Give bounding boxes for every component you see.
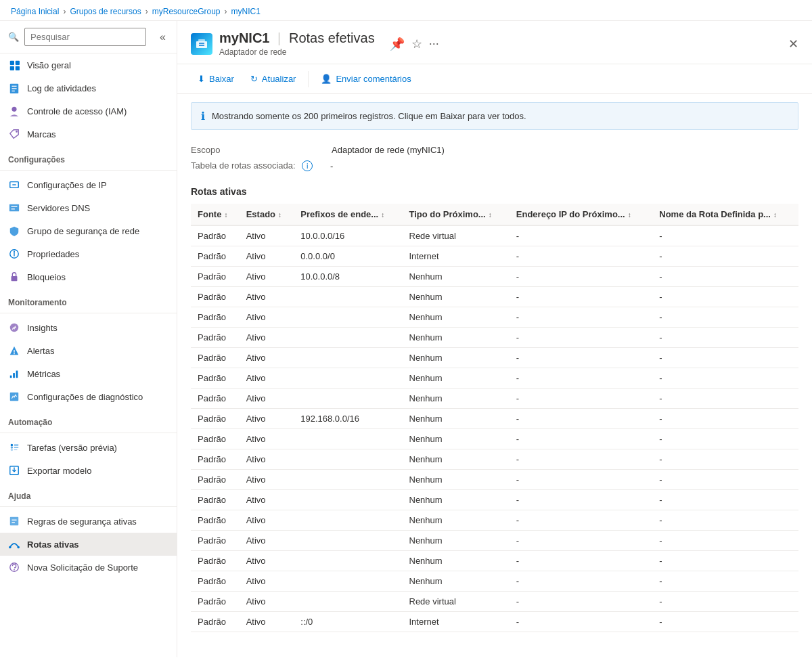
breadcrumb: Página Inicial › Grupos de recursos › my… (0, 0, 812, 21)
table-cell-14-2 (294, 510, 402, 531)
download-button[interactable]: ⬇ Baixar (191, 70, 241, 88)
sidebar-item-alertas[interactable]: Alertas (0, 339, 177, 362)
table-cell-10-5: - (652, 429, 798, 449)
table-cell-17-5: - (652, 571, 798, 592)
sidebar-item-exportar[interactable]: Exportar modelo (0, 459, 177, 482)
close-button[interactable]: ✕ (788, 37, 798, 51)
table-cell-10-2 (294, 429, 402, 449)
sidebar-item-config-ip[interactable]: Configurações de IP (0, 173, 177, 196)
table-cell-16-4: - (510, 551, 652, 571)
table-row: PadrãoAtivoNenhum-- (191, 429, 798, 449)
sort-icon-0[interactable]: ↕ (224, 211, 227, 219)
export-icon (8, 464, 20, 477)
scope-section: Escopo Adaptador de rede (myNIC1) Tabela… (177, 138, 812, 186)
collapse-sidebar-button[interactable]: « (157, 28, 168, 46)
breadcrumb-home[interactable]: Página Inicial (11, 7, 59, 16)
route-table-info-icon[interactable]: i (302, 160, 313, 171)
table-title: Rotas ativas (191, 186, 798, 197)
table-cell-2-5: - (652, 267, 798, 287)
svg-point-37 (9, 546, 12, 549)
sidebar-item-visao-geral[interactable]: Visão geral (0, 53, 177, 76)
feedback-button[interactable]: 👤 Enviar comentários (314, 70, 418, 88)
table-cell-19-5: - (652, 612, 798, 632)
table-cell-0-5: - (652, 225, 798, 246)
svg-rect-22 (10, 376, 12, 378)
table-cell-0-3: Rede virtual (403, 225, 510, 246)
info-icon: ℹ (201, 110, 205, 123)
table-cell-15-0: Padrão (191, 531, 240, 551)
table-cell-8-0: Padrão (191, 389, 240, 409)
table-cell-14-0: Padrão (191, 510, 240, 531)
sidebar-item-nsg[interactable]: Grupo de segurança de rede (0, 219, 177, 242)
table-header-col-3[interactable]: Tipo do Próximo...↕ (403, 204, 510, 225)
table-cell-3-2 (294, 287, 402, 307)
sidebar-item-marcas[interactable]: Marcas (0, 123, 177, 146)
sort-icon-3[interactable]: ↕ (489, 211, 492, 219)
sidebar-item-propriedades[interactable]: Propriedades (0, 242, 177, 265)
table-cell-6-2 (294, 348, 402, 368)
svg-point-8 (12, 107, 16, 112)
table-cell-19-4: - (510, 612, 652, 632)
table-cell-6-3: Nenhum (403, 348, 510, 368)
table-cell-1-3: Internet (403, 246, 510, 267)
table-cell-2-1: Ativo (240, 267, 294, 287)
table-cell-12-2 (294, 470, 402, 490)
table-cell-4-0: Padrão (191, 307, 240, 328)
svg-rect-1 (16, 61, 20, 65)
table-row: PadrãoAtivoNenhum-- (191, 571, 798, 592)
sort-icon-5[interactable]: ↕ (773, 211, 777, 219)
page-header: myNIC1 | Rotas efetivas Adaptador de red… (177, 21, 812, 64)
table-header-col-1[interactable]: Estado↕ (240, 204, 294, 225)
breadcrumb-mynic1[interactable]: myNIC1 (231, 7, 261, 16)
sidebar-item-config-diag[interactable]: Configurações de diagnóstico (0, 385, 177, 408)
search-icon: 🔍 (8, 32, 19, 42)
breadcrumb-my-resource-group[interactable]: myResourceGroup (152, 7, 221, 16)
sidebar-section-label-4: Ajuda (0, 482, 177, 504)
sort-icon-2[interactable]: ↕ (381, 211, 384, 219)
favorite-icon[interactable]: ☆ (411, 37, 422, 51)
table-cell-12-3: Nenhum (403, 470, 510, 490)
refresh-button[interactable]: ↻ Atualizar (244, 70, 303, 88)
table-header-col-4[interactable]: Endereço IP do Próximo...↕ (510, 204, 652, 225)
sidebar-item-bloqueios[interactable]: Bloqueios (0, 265, 177, 288)
sidebar-item-label: Regras de segurança ativas (27, 516, 137, 527)
sidebar-item-regras-seg[interactable]: Regras de segurança ativas (0, 510, 177, 533)
sidebar-item-tarefas[interactable]: Tarefas (versão prévia) (0, 436, 177, 459)
routes-table: Fonte↕Estado↕Prefixos de ende...↕Tipo do… (191, 204, 798, 632)
sidebar-item-insights[interactable]: Insights (0, 316, 177, 339)
nav-divider (0, 313, 177, 313)
svg-point-38 (17, 546, 20, 549)
table-header: Fonte↕Estado↕Prefixos de ende...↕Tipo do… (191, 204, 798, 225)
search-input[interactable] (24, 28, 146, 46)
table-header-col-2[interactable]: Prefixos de ende...↕ (294, 204, 402, 225)
svg-rect-2 (10, 66, 14, 70)
feedback-icon: 👤 (321, 74, 332, 84)
pin-icon[interactable]: 📌 (390, 37, 405, 51)
svg-point-28 (11, 449, 14, 451)
sort-icon-1[interactable]: ↕ (278, 211, 281, 219)
table-cell-11-0: Padrão (191, 449, 240, 470)
table-cell-4-4: - (510, 307, 652, 328)
table-cell-16-1: Ativo (240, 551, 294, 571)
sidebar-item-controle-acesso[interactable]: Controle de acesso (IAM) (0, 100, 177, 123)
table-header-col-0[interactable]: Fonte↕ (191, 204, 240, 225)
more-options-icon[interactable]: ··· (429, 37, 439, 51)
info-banner-text: Mostrando somente os 200 primeiros regis… (212, 111, 526, 121)
table-row: PadrãoAtivoRede virtual-- (191, 592, 798, 612)
sidebar-section-label-1: Configurações (0, 146, 177, 167)
table-cell-9-4: - (510, 409, 652, 429)
nav-divider (0, 506, 177, 507)
breadcrumb-resource-groups[interactable]: Grupos de recursos (70, 7, 141, 16)
table-row: PadrãoAtivoNenhum-- (191, 449, 798, 470)
sidebar-item-metricas[interactable]: Métricas (0, 362, 177, 385)
insights-icon (8, 322, 20, 334)
sidebar-item-rotas-ativas[interactable]: Rotas ativas (0, 533, 177, 556)
sidebar-item-servidores-dns[interactable]: Servidores DNS (0, 196, 177, 219)
table-cell-9-0: Padrão (191, 409, 240, 429)
svg-rect-34 (10, 517, 18, 525)
sort-icon-4[interactable]: ↕ (628, 211, 631, 219)
sidebar-item-nova-solicitacao[interactable]: Nova Solicitação de Suporte (0, 556, 177, 579)
sidebar-item-log-atividades[interactable]: Log de atividades (0, 76, 177, 100)
table-header-col-5[interactable]: Nome da Rota Definida p...↕ (652, 204, 798, 225)
log-icon (8, 82, 20, 94)
